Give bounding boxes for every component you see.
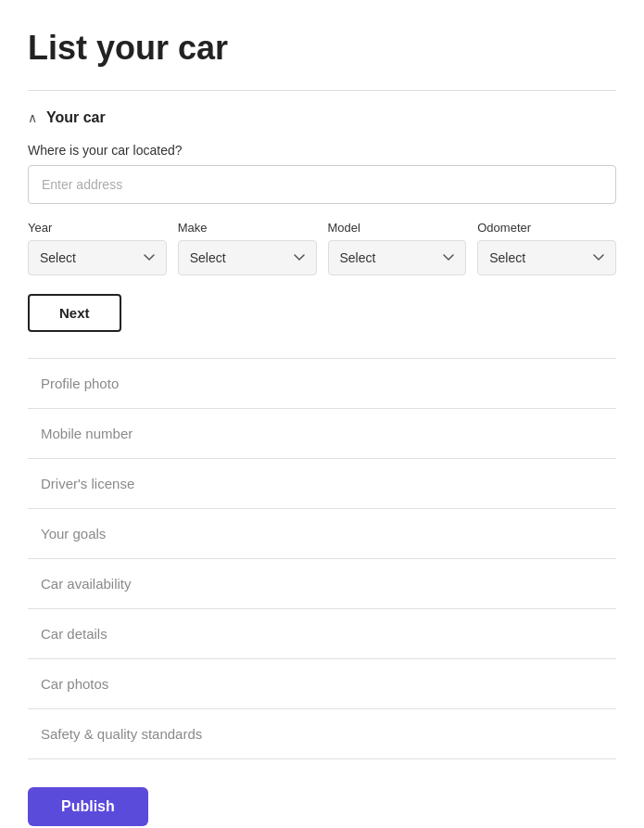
year-select[interactable]: Select 2024 2023 2022 — [28, 240, 167, 275]
your-goals-item[interactable]: Your goals — [28, 509, 616, 559]
odometer-select[interactable]: Select 0–10,000 km 10,001–20,000 km — [477, 240, 616, 275]
publish-button[interactable]: Publish — [28, 787, 148, 826]
collapsible-sections-list: Profile photo Mobile number Driver's lic… — [28, 359, 616, 759]
next-button[interactable]: Next — [28, 294, 121, 332]
drivers-license-item[interactable]: Driver's license — [28, 459, 616, 509]
odometer-label: Odometer — [477, 221, 616, 235]
odometer-dropdown-group: Odometer Select 0–10,000 km 10,001–20,00… — [477, 221, 616, 275]
year-label: Year — [28, 221, 167, 235]
address-label: Where is your car located? — [28, 143, 616, 158]
make-select[interactable]: Select Toyota Honda — [178, 240, 317, 275]
model-label: Model — [328, 221, 467, 235]
year-dropdown-group: Year Select 2024 2023 2022 — [28, 221, 167, 275]
address-input[interactable] — [28, 165, 616, 204]
your-car-section: ∧ Your car Where is your car located? Ye… — [28, 109, 616, 358]
car-details-item[interactable]: Car details — [28, 609, 616, 659]
profile-photo-item[interactable]: Profile photo — [28, 359, 616, 409]
safety-quality-item[interactable]: Safety & quality standards — [28, 709, 616, 759]
your-car-header: ∧ Your car — [28, 109, 616, 126]
car-availability-item[interactable]: Car availability — [28, 559, 616, 609]
mobile-number-item[interactable]: Mobile number — [28, 409, 616, 459]
address-field-group: Where is your car located? — [28, 143, 616, 221]
car-photos-item[interactable]: Car photos — [28, 659, 616, 709]
make-dropdown-group: Make Select Toyota Honda — [178, 221, 317, 275]
chevron-up-icon: ∧ — [28, 110, 37, 125]
model-select[interactable]: Select Camry Civic — [328, 240, 467, 275]
top-divider — [28, 90, 616, 91]
dropdowns-row: Year Select 2024 2023 2022 Make Select T… — [28, 221, 616, 275]
your-car-title: Your car — [46, 109, 106, 126]
page-title: List your car — [28, 28, 616, 68]
model-dropdown-group: Model Select Camry Civic — [328, 221, 467, 275]
make-label: Make — [178, 221, 317, 235]
